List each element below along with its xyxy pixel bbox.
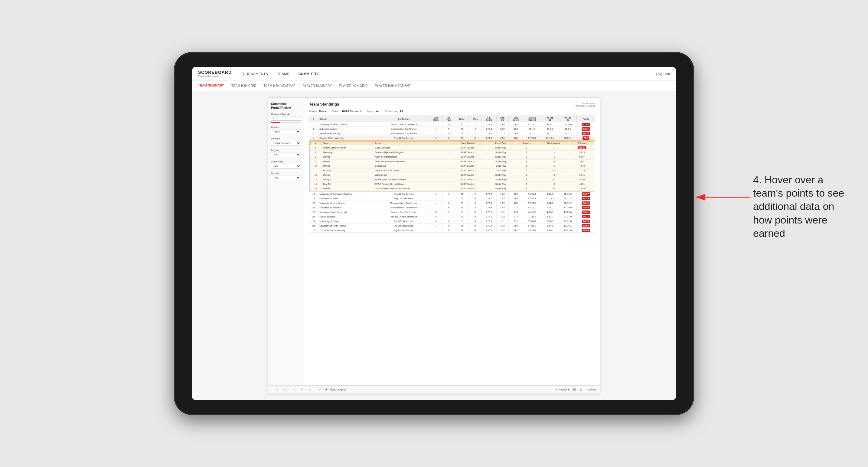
share-button[interactable]: ↗ Share: [586, 388, 596, 391]
cell-avg-sg: 1.45: [496, 196, 509, 201]
exp-cell-rounds: 3: [516, 155, 537, 159]
redo-button[interactable]: ↻: [281, 387, 287, 392]
exp-cell-rank: 9: [310, 159, 321, 163]
nav-tournaments[interactable]: TOURNAMENTS: [241, 71, 268, 77]
cell-wins: 0: [468, 228, 482, 232]
expanded-data-row: 10 Univers Copper Cup NCAA Division I Ma…: [310, 164, 594, 168]
reset-button[interactable]: ↺: [290, 387, 296, 392]
region-select[interactable]: N/A All: [271, 152, 301, 157]
conference-select[interactable]: (All): [271, 164, 301, 169]
points-badge[interactable]: 93.31: [582, 127, 590, 131]
cell-wins: 4: [468, 131, 482, 136]
cell-avg-sg: 1.60: [496, 192, 509, 196]
subnav-player-h2h-grid[interactable]: PLAYER H2H GRID: [339, 84, 368, 88]
points-badge[interactable]: 83.89: [582, 224, 590, 227]
points-badge[interactable]: 97.02: [582, 123, 590, 126]
subnav-team-h2h-grid[interactable]: TEAM H2H GRID: [231, 84, 256, 88]
cell-rank: 24: [309, 219, 318, 223]
undo-button[interactable]: ↺: [272, 387, 278, 392]
cell-points[interactable]: 88.71: [577, 214, 595, 219]
filter-region-label: Region:: [367, 110, 375, 113]
settings-button[interactable]: ⚙: [307, 387, 313, 392]
exp-cell-division: NCAA Division I: [450, 159, 486, 163]
cell-wins: 0: [468, 223, 482, 228]
cell-points[interactable]: 60.07: [577, 192, 595, 196]
slider-container[interactable]: [271, 122, 301, 123]
cell-points[interactable]: 80.94: [577, 228, 595, 232]
sign-out[interactable]: | Sign out: [656, 72, 670, 75]
cell-overall: 63-5-0: [523, 131, 541, 136]
tablet-screen: SCOREBOARD Powered by clippd TOURNAMENTS…: [192, 67, 676, 400]
cell-points[interactable]: 88.70: [577, 196, 595, 201]
exp-cell-team: University: [321, 150, 373, 154]
cell-overall: 46-29-0: [523, 210, 541, 214]
exp-cell-rank: 8: [310, 155, 321, 159]
th-school: School: [318, 116, 378, 122]
watch-button[interactable]: 👁 Watch ▾: [556, 388, 569, 391]
cell-points[interactable]: 48.40: [577, 206, 595, 210]
points-badge[interactable]: 88.70: [582, 197, 590, 200]
gender-select[interactable]: Men's Women's: [271, 129, 301, 134]
subnav-player-summary[interactable]: PLAYER SUMMARY: [303, 84, 332, 88]
cell-low-score: 272: [509, 206, 523, 210]
subnav-player-h2h-heatmap[interactable]: PLAYER H2H HEATMAP: [375, 84, 410, 88]
filter-conference-label: Conference:: [385, 110, 399, 113]
cell-rank: 18: [309, 192, 318, 196]
filter-division-label: Division:: [332, 110, 341, 113]
sidebar-label-gender: Gender: [271, 126, 301, 129]
sidebar-section-school: School (All): [271, 172, 301, 180]
cell-rnds: 30: [455, 122, 469, 127]
cell-points[interactable]: 90.30: [577, 131, 595, 136]
expanded-data-row: 7 University Southern Highlands Collegia…: [310, 150, 594, 154]
layout-button[interactable]: ⊞: [580, 388, 582, 391]
cell-conference: Pac-12 Conference: [378, 219, 430, 223]
cell-school: Vanderbilt University: [318, 131, 378, 136]
cell-points-highlighted[interactable]: 79.5: [577, 136, 595, 141]
subnav-team-summary[interactable]: TEAM SUMMARY: [198, 83, 224, 88]
view-selector[interactable]: 👁 View: Original: [326, 388, 346, 391]
cell-points[interactable]: 83.41: [577, 210, 595, 214]
school-select[interactable]: (All): [271, 175, 301, 180]
points-badge-highlighted[interactable]: 79.5: [583, 136, 589, 140]
exp-cell-points: 30-13: [570, 150, 594, 154]
cell-points[interactable]: 74.54: [577, 219, 595, 223]
cell-school: Duke University: [318, 214, 378, 219]
comment-button[interactable]: 💬: [573, 388, 576, 391]
cell-low-score: 265: [509, 136, 523, 141]
red-arrow-svg: [692, 191, 753, 203]
cell-school: Arizona State University: [318, 136, 378, 141]
exp-cell-division: NCAA Division I: [450, 164, 486, 168]
cell-avg-sg: 1.22: [496, 228, 509, 232]
layout-icon: ⊞: [580, 388, 582, 391]
cell-conf-rank: 4: [430, 192, 443, 196]
points-badge[interactable]: 80.94: [582, 229, 590, 232]
division-select[interactable]: NCAA Division I NCAA Division II NCAA Di…: [271, 141, 301, 146]
nav-committee[interactable]: COMMITTEE: [299, 71, 320, 77]
expanded-data-row: 6 Arizona State University Cabo Collegia…: [310, 146, 594, 150]
points-badge[interactable]: 88.71: [582, 215, 590, 218]
cell-conference: Southeastern Conference: [378, 210, 430, 214]
sidebar-section-conference: Conference (All): [271, 160, 301, 169]
points-badge[interactable]: 74.54: [582, 220, 590, 223]
subnav-team-h2h-heatmap[interactable]: TEAM H2H HEATMAP: [264, 84, 296, 88]
exp-cell-type: Match Play: [487, 168, 515, 173]
points-badge[interactable]: 90.30: [582, 132, 590, 135]
cell-points[interactable]: 97.02: [577, 122, 595, 127]
filter-region-value: All: [376, 110, 379, 113]
copy-button[interactable]: ⎘: [299, 387, 304, 392]
view-label: View: Original: [329, 388, 346, 391]
points-badge[interactable]: 83.41: [582, 211, 590, 214]
nav-teams[interactable]: TEAMS: [277, 71, 289, 77]
points-badge[interactable]: 48.40: [582, 206, 590, 209]
cell-points[interactable]: 83.89: [577, 223, 595, 228]
min-rounds-input[interactable]: [271, 116, 301, 121]
cell-points[interactable]: 93.31: [577, 127, 595, 131]
exp-cell-rank: 14: [310, 182, 321, 186]
timer-button[interactable]: ⏱: [316, 387, 322, 392]
points-badge[interactable]: 60.07: [582, 192, 590, 196]
filter-gender-label: Gender:: [309, 110, 318, 113]
points-badge[interactable]: 88.49: [582, 201, 590, 205]
cell-conference: Pac-12 Conference: [378, 136, 430, 141]
table-row: 20 University of New Mexico Mountain Wes…: [309, 201, 595, 206]
cell-points[interactable]: 88.49: [577, 201, 595, 206]
